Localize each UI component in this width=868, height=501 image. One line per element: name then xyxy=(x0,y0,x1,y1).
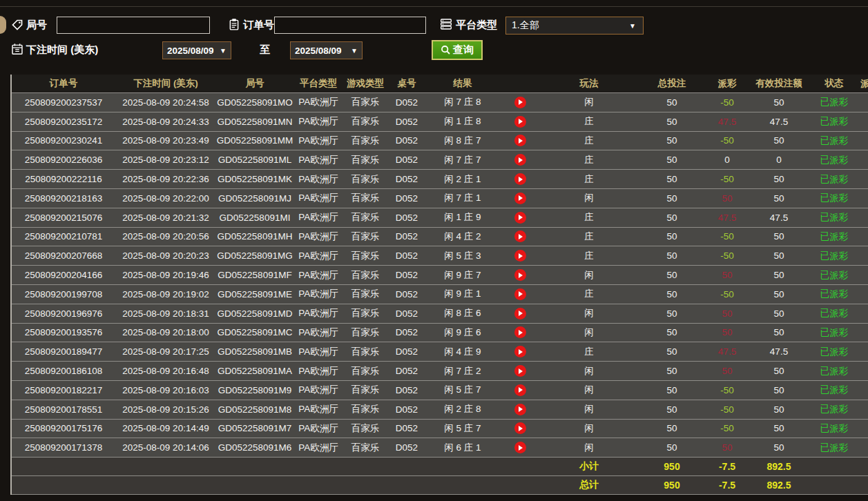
play-video-button[interactable] xyxy=(514,384,526,396)
bet-records-table: 订单号下注时间 (美东)局号平台类型游戏类型桌号结果玩法总投注派彩有效投注额状态… xyxy=(10,75,868,495)
time-cell: 2025-08-09 20:22:36 xyxy=(115,170,216,188)
play-cell xyxy=(499,420,541,438)
total-cell: -7.5 xyxy=(706,476,748,494)
play-video-button[interactable] xyxy=(514,365,526,377)
play-cell xyxy=(499,438,541,457)
platform-cell: PA欧洲厅 xyxy=(293,208,343,227)
play-cell xyxy=(499,246,541,265)
valid-bet-cell: 47.5 xyxy=(748,112,810,131)
platform-cell: PA欧洲厅 xyxy=(293,93,343,112)
partial-cell xyxy=(858,362,868,380)
platform-type-select[interactable]: 1.全部 ▼ xyxy=(505,17,644,35)
partial-cell xyxy=(858,189,868,208)
payout-cell: 50 xyxy=(706,324,748,342)
play-cell: 闲 xyxy=(541,438,637,457)
play-cell: 闲 xyxy=(541,324,637,342)
play-video-button[interactable] xyxy=(514,116,526,128)
order-cell: 250809200171378 xyxy=(12,438,115,457)
partial-cell xyxy=(858,285,868,304)
game-cell: 百家乐 xyxy=(343,189,387,208)
chevron-down-icon: ▼ xyxy=(629,22,636,30)
round-cell: GD052258091M9 xyxy=(216,381,293,400)
status-cell: 已派彩 xyxy=(810,438,858,457)
round-cell: GD052258091MH xyxy=(216,228,293,246)
payout-cell: -50 xyxy=(706,285,748,304)
panel-collapse-handle[interactable] xyxy=(0,16,6,34)
play-video-button[interactable] xyxy=(514,269,526,281)
valid-bet-cell: 50 xyxy=(748,93,810,112)
query-button[interactable]: 查询 xyxy=(432,40,483,60)
total-bet-cell: 50 xyxy=(637,170,706,188)
payout-cell: -50 xyxy=(706,420,748,438)
total-cell xyxy=(387,476,426,494)
column-header: 状态 xyxy=(810,75,858,92)
game-cell: 百家乐 xyxy=(343,228,387,246)
partial-cell xyxy=(858,324,868,342)
total-bet-cell: 50 xyxy=(637,112,706,131)
play-video-button[interactable] xyxy=(514,97,526,108)
play-video-button[interactable] xyxy=(514,326,526,338)
play-video-button[interactable] xyxy=(514,135,526,146)
table-row: 2508092002150762025-08-09 20:21:32GD0522… xyxy=(12,208,868,228)
play-cell xyxy=(499,208,541,227)
play-video-button[interactable] xyxy=(514,193,526,204)
payout-cell: 47.5 xyxy=(706,208,748,227)
table-row: 2508092001894772025-08-09 20:17:25GD0522… xyxy=(12,342,868,362)
play-cell xyxy=(499,400,541,419)
time-cell: 2025-08-09 20:17:25 xyxy=(115,342,216,361)
payout-cell: 47.5 xyxy=(706,342,748,361)
order-number-label: 订单号 xyxy=(243,19,274,32)
table-row: 2508092001751762025-08-09 20:14:49GD0522… xyxy=(12,420,868,439)
total-bet-cell: 50 xyxy=(637,228,706,246)
table-no-cell: D052 xyxy=(387,228,426,246)
play-video-button[interactable] xyxy=(514,442,526,453)
platform-type-value: 1.全部 xyxy=(512,19,539,32)
status-cell: 已派彩 xyxy=(810,304,858,323)
result-cell: 闲 1 庄 9 xyxy=(426,208,499,227)
total-bet-cell: 50 xyxy=(637,304,706,323)
table-no-cell: D052 xyxy=(387,420,426,438)
play-video-button[interactable] xyxy=(514,288,526,300)
column-header: 桌号 xyxy=(387,75,426,92)
platform-cell: PA欧洲厅 xyxy=(293,304,343,323)
table-row: 2508092001935762025-08-09 20:18:00GD0522… xyxy=(12,324,868,343)
time-cell: 2025-08-09 20:19:02 xyxy=(115,285,216,304)
total-bet-cell: 50 xyxy=(637,324,706,342)
play-video-button[interactable] xyxy=(514,346,526,357)
partial-cell xyxy=(858,228,868,246)
play-video-button[interactable] xyxy=(514,173,526,185)
play-video-button[interactable] xyxy=(514,422,526,434)
date-from-select[interactable]: 2025/08/09 ▼ xyxy=(162,41,231,59)
play-video-button[interactable] xyxy=(514,404,526,415)
time-cell: 2025-08-09 20:21:32 xyxy=(115,208,216,227)
total-bet-cell: 50 xyxy=(637,362,706,380)
play-video-button[interactable] xyxy=(514,250,526,262)
column-header: 结果 xyxy=(426,75,499,92)
column-header: 玩法 xyxy=(541,75,637,92)
game-cell: 百家乐 xyxy=(343,170,387,188)
play-video-button[interactable] xyxy=(514,308,526,320)
result-cell: 闲 2 庄 1 xyxy=(426,170,499,188)
order-cell: 250809200237537 xyxy=(12,93,115,112)
play-cell xyxy=(499,170,541,188)
game-cell: 百家乐 xyxy=(343,420,387,438)
order-cell: 250809200204166 xyxy=(12,266,115,284)
play-video-button[interactable] xyxy=(514,230,526,242)
play-video-button[interactable] xyxy=(514,212,526,224)
chevron-down-icon: ▼ xyxy=(351,47,358,55)
result-cell: 闲 7 庄 2 xyxy=(426,362,499,380)
table-no-cell: D052 xyxy=(387,189,426,208)
round-cell: GD052258091MD xyxy=(216,304,293,323)
play-video-button[interactable] xyxy=(514,154,526,166)
round-number-input[interactable] xyxy=(57,17,210,34)
total-cell: 总计 xyxy=(541,476,637,494)
date-to-select[interactable]: 2025/08/09 ▼ xyxy=(290,41,363,59)
valid-bet-cell: 50 xyxy=(748,170,810,188)
column-header: 订单号 xyxy=(12,75,115,92)
game-cell: 百家乐 xyxy=(343,362,387,380)
round-cell: GD052258091MJ xyxy=(216,189,293,208)
table-header-row: 订单号下注时间 (美东)局号平台类型游戏类型桌号结果玩法总投注派彩有效投注额状态… xyxy=(12,75,868,93)
result-cell: 闲 9 庄 7 xyxy=(426,266,499,284)
status-cell: 已派彩 xyxy=(810,324,858,342)
order-number-input[interactable] xyxy=(274,17,426,34)
